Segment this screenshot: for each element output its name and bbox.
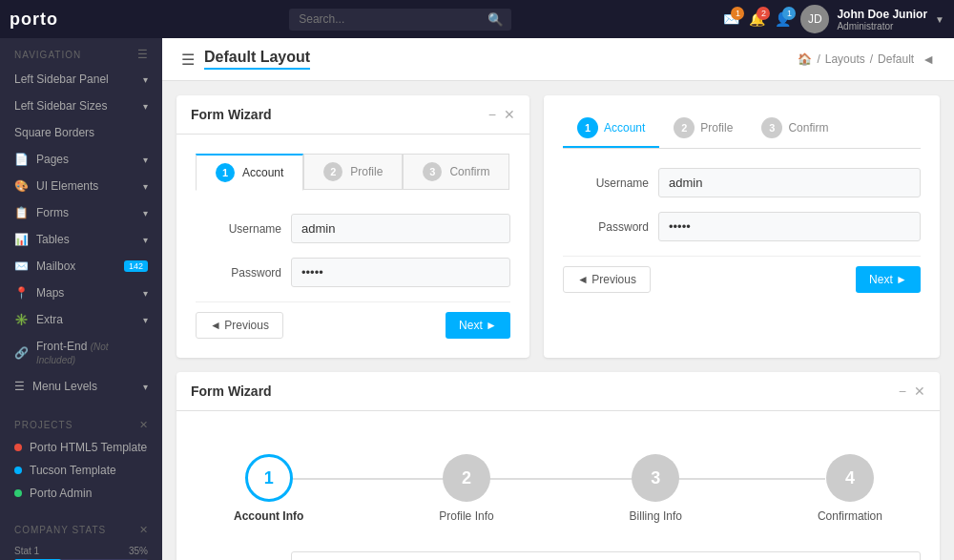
form-row-password: Password (563, 212, 921, 241)
chevron-down-icon: ▾ (143, 101, 148, 112)
notifications-user-button[interactable]: 👤 1 (775, 11, 791, 27)
tab-profile[interactable]: 2 Profile (659, 110, 747, 148)
logo-text: porto (10, 10, 58, 29)
sidebar-item-maps[interactable]: 📍 Maps ▾ (0, 280, 162, 306)
minimize-button[interactable]: − (899, 384, 906, 399)
stat-value: 35% (129, 546, 148, 556)
nav-section-header: Navigation ☰ (0, 38, 162, 66)
frontend-icon: 🔗 (14, 346, 29, 360)
password-label: Password (563, 220, 649, 234)
next-button[interactable]: Next ► (446, 312, 510, 339)
sidebar-item-square-borders[interactable]: Square Borders (0, 119, 162, 146)
sidebar-item-mailbox[interactable]: ✉️ Mailbox 142 (0, 253, 162, 280)
sidebar-item-forms[interactable]: 📋 Forms ▾ (0, 199, 162, 226)
stats-close-button[interactable]: ✕ (139, 524, 148, 536)
project-name: Tucson Template (30, 464, 116, 477)
card-title: Form Wizard (191, 384, 272, 399)
mailbox-badge: 142 (124, 260, 148, 272)
right-form-wizard-card: 1 Account 2 Profile 3 Confirm (544, 95, 940, 358)
search-button[interactable]: 🔍 (480, 9, 511, 31)
minimize-button[interactable]: − (488, 107, 496, 122)
search-input[interactable] (289, 9, 480, 31)
password-input[interactable] (658, 212, 921, 241)
project-item-porto-html5[interactable]: Porto HTML5 Template (0, 436, 162, 459)
sidebar-item-label: Maps (36, 286, 64, 300)
nav-section-label: Navigation (14, 50, 81, 60)
step-circle: 3 (761, 117, 782, 138)
sidebar-item-pages[interactable]: 📄 Pages ▾ (0, 146, 162, 173)
email-badge: 1 (731, 7, 744, 20)
logo: porto (10, 10, 58, 30)
nav-bar-left: ☰ Default Layout (181, 49, 310, 70)
stats-section-label: COMPANY STATS (14, 525, 106, 535)
sidebar-item-extra[interactable]: ✳️ Extra ▾ (0, 306, 162, 333)
breadcrumb-layouts: Layouts (825, 52, 865, 66)
stat-bar-container: Stat 1 35% (0, 541, 162, 560)
close-button[interactable]: ✕ (914, 384, 925, 399)
hamburger-button[interactable]: ☰ (181, 51, 195, 69)
step-number: 1 (264, 468, 274, 488)
previous-button[interactable]: ◄ Previous (563, 266, 651, 293)
wizard-tabs-pill: 1 Account 2 Profile 3 Confirm (563, 110, 921, 149)
bottom-form-wizard-card: Form Wizard − ✕ 1 Account Info (176, 372, 940, 560)
projects-section-header: PROJECTS ✕ (0, 409, 162, 436)
left-form-wizard-card: Form Wizard − ✕ 1 Account (176, 95, 529, 358)
nav-icons: ✉️ 1 🔔 2 👤 1 JD John Doe Junior Administ… (723, 5, 944, 33)
step-circle-large: 3 (632, 454, 679, 502)
project-dot (14, 467, 22, 474)
nav-bar: ☰ Default Layout 🏠 / Layouts / Default ◄ (162, 38, 954, 81)
sidebar-item-ui-elements[interactable]: 🎨 UI Elements ▾ (0, 173, 162, 199)
tab-confirm[interactable]: 3 Confirm (747, 110, 842, 148)
breadcrumb-default: Default (878, 52, 914, 66)
password-input[interactable] (291, 258, 510, 287)
sidebar-item-label: UI Elements (36, 179, 98, 193)
sidebar-item-frontend[interactable]: 🔗 Front-End (Not Included) (0, 333, 162, 373)
sidebar-item-tables[interactable]: 📊 Tables ▾ (0, 226, 162, 253)
form-row-username: Username (563, 168, 921, 197)
tab-profile[interactable]: 2 Profile (303, 154, 403, 190)
card-body: 1 Account 2 Profile 3 Confirm (544, 95, 940, 307)
project-item-tucson[interactable]: Tucson Template (0, 459, 162, 482)
sidebar-item-left-sidebar-sizes[interactable]: Left Sidebar Sizes ▾ (0, 93, 162, 119)
sidebar-item-label: Forms (36, 206, 69, 219)
user-dropdown-button[interactable]: ▼ (935, 14, 944, 25)
item-left: 📄 Pages (14, 153, 69, 166)
notifications-bell-button[interactable]: 🔔 2 (749, 11, 765, 27)
step-item-4: 4 Confirmation (818, 454, 882, 523)
tab-label: Confirm (449, 165, 489, 178)
next-button[interactable]: Next ► (856, 266, 921, 293)
sidebar-item-menu-levels[interactable]: ☰ Menu Levels ▾ (0, 373, 162, 400)
username-input[interactable] (658, 168, 921, 197)
sidebar-item-label: Square Borders (14, 126, 94, 139)
project-item-porto-admin[interactable]: Porto Admin (0, 482, 162, 505)
back-button[interactable]: ◄ (922, 52, 935, 67)
username-label: Username (196, 222, 281, 236)
projects-close-button[interactable]: ✕ (139, 419, 148, 431)
sidebar-toggle-button[interactable]: ☰ (137, 48, 148, 61)
step-label: Billing Info (630, 509, 682, 523)
step-number: 3 (651, 468, 660, 488)
wizard-nav: ◄ Previous Next ► (196, 301, 510, 339)
previous-button[interactable]: ◄ Previous (196, 312, 283, 339)
chevron-down-icon: ▾ (143, 288, 148, 299)
sidebar-item-label: Left Sidebar Sizes (14, 99, 107, 113)
username-input[interactable] (291, 551, 921, 560)
username-input[interactable] (291, 214, 510, 243)
tab-confirm[interactable]: 3 Confirm (403, 154, 509, 190)
tab-account[interactable]: 1 Account (196, 154, 303, 191)
tab-account[interactable]: 1 Account (563, 110, 659, 148)
pages-icon: 📄 (14, 153, 29, 166)
sidebar-item-left-sidebar-panel[interactable]: Left Sidebar Panel ▾ (0, 66, 162, 93)
avatar: JD (800, 5, 829, 33)
bell-badge: 2 (757, 7, 770, 20)
main-content: Form Wizard − ✕ 1 Account (162, 81, 954, 560)
password-label: Password (196, 266, 281, 280)
breadcrumb: 🏠 / Layouts / Default (798, 52, 914, 66)
close-button[interactable]: ✕ (504, 107, 515, 122)
top-navbar: porto 🔍 ✉️ 1 🔔 2 👤 1 JD John Doe Junior … (0, 0, 954, 38)
chevron-down-icon: ▾ (143, 382, 148, 392)
chevron-down-icon: ▾ (143, 74, 148, 85)
notifications-email-button[interactable]: ✉️ 1 (723, 11, 739, 27)
sidebar-item-label: Mailbox (36, 259, 75, 273)
item-left: ☰ Menu Levels (14, 380, 97, 393)
